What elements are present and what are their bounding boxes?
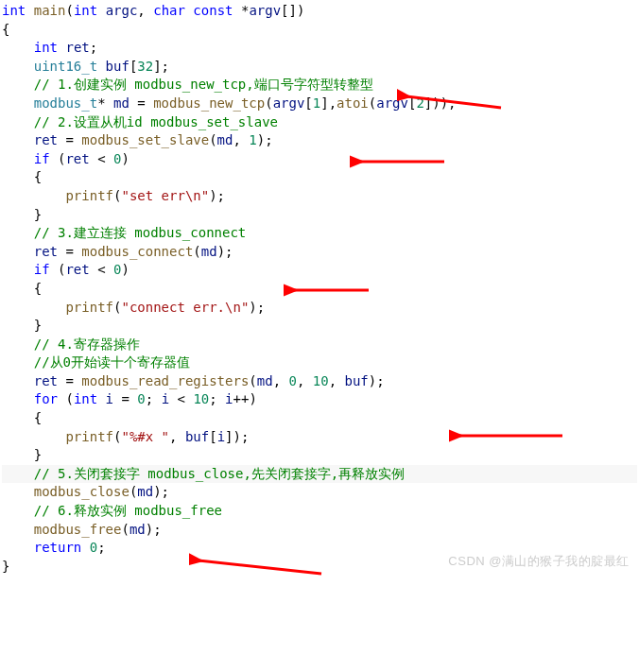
func: modbus_connect: [81, 244, 193, 259]
kw: int: [74, 3, 97, 18]
var: md: [130, 522, 146, 537]
num: 1: [313, 95, 320, 111]
var: ret: [34, 132, 58, 147]
var: md: [217, 132, 233, 147]
num: 10: [313, 373, 329, 388]
line: {: [2, 281, 42, 296]
line: modbus_close(md);: [2, 484, 169, 499]
var: argc: [106, 3, 138, 18]
num: 2: [416, 95, 423, 111]
var: md: [113, 95, 130, 111]
var: md: [201, 244, 217, 259]
var: i: [217, 429, 225, 444]
line: // 6.释放实例 modbus_free: [2, 503, 222, 518]
line: return 0;: [2, 540, 106, 555]
var: i: [106, 391, 113, 406]
func: modbus_close: [34, 484, 130, 499]
var: argv: [376, 95, 408, 111]
var: ret: [34, 244, 58, 259]
kw: int: [34, 40, 58, 55]
num: 0: [113, 262, 121, 277]
num: 1: [249, 132, 256, 147]
var: argv: [273, 95, 305, 111]
line: {: [2, 22, 9, 37]
var: ret: [65, 262, 89, 277]
line: modbus_free(md);: [2, 522, 162, 537]
str: "connect err.\n": [121, 300, 249, 315]
kw: int: [2, 3, 26, 18]
kw: if: [34, 151, 50, 166]
num: 0: [288, 373, 296, 388]
line: ret = modbus_connect(md);: [2, 244, 233, 259]
func: printf: [65, 188, 113, 203]
func: modbus_new_tcp: [153, 95, 265, 111]
line: modbus_t* md = modbus_new_tcp(argv[1],at…: [2, 95, 457, 111]
comment: // 2.设置从机id modbus_set_slave: [34, 114, 278, 129]
var: md: [257, 373, 273, 388]
code-block: int main(int argc, char const *argv[]) {…: [2, 2, 637, 576]
line: ret = modbus_set_slave(md, 1);: [2, 132, 273, 147]
num: 0: [113, 151, 121, 166]
var: ret: [65, 40, 89, 55]
line: }: [2, 207, 42, 222]
line: //从0开始读十个寄存器值: [2, 354, 190, 370]
var: buf: [345, 373, 369, 388]
var: md: [137, 484, 153, 499]
str: "set err\n": [121, 188, 209, 203]
comment: // 1.创建实例 modbus_new_tcp,端口号字符型转整型: [34, 77, 373, 92]
kw: int: [74, 391, 97, 406]
line: {: [2, 169, 42, 184]
var: ret: [65, 151, 89, 166]
line: // 3.建立连接 modbus_connect: [2, 225, 246, 240]
kw: const: [193, 3, 233, 18]
func: modbus_read_registers: [81, 373, 249, 388]
kw: char: [153, 3, 185, 18]
str: "%#x ": [121, 429, 169, 444]
line: {: [2, 410, 42, 425]
func: atoi: [337, 95, 369, 111]
type: modbus_t: [34, 95, 97, 111]
line: uint16_t buf[32];: [2, 59, 169, 74]
kw: for: [34, 391, 58, 406]
line: // 2.设置从机id modbus_set_slave: [2, 114, 278, 129]
comment: // 3.建立连接 modbus_connect: [34, 225, 247, 240]
var: ret: [34, 373, 58, 388]
line: printf("set err\n");: [2, 188, 225, 203]
func: modbus_set_slave: [81, 132, 209, 147]
watermark: CSDN @满山的猴子我的腚最红: [448, 553, 630, 570]
line: if (ret < 0): [2, 151, 130, 166]
line: ret = modbus_read_registers(md, 0, 10, b…: [2, 373, 385, 388]
comment: // 4.寄存器操作: [34, 336, 140, 352]
line: int ret;: [2, 40, 97, 55]
var: i: [162, 391, 169, 406]
num: 0: [90, 540, 97, 555]
line: }: [2, 318, 42, 333]
line: // 1.创建实例 modbus_new_tcp,端口号字符型转整型: [2, 77, 373, 92]
num: 0: [137, 391, 145, 406]
num: 32: [137, 59, 153, 74]
kw: if: [34, 262, 50, 277]
comment: //从0开始读十个寄存器值: [34, 354, 190, 370]
line: // 4.寄存器操作: [2, 336, 140, 352]
line: int main(int argc, char const *argv[]): [2, 3, 304, 18]
kw: return: [34, 540, 82, 555]
func: modbus_free: [34, 522, 122, 537]
var: argv: [249, 3, 281, 18]
comment: // 5.关闭套接字 modbus_close,先关闭套接字,再释放实例: [34, 466, 406, 481]
var: buf: [106, 59, 130, 74]
line: if (ret < 0): [2, 262, 130, 277]
func-main: main: [34, 3, 66, 18]
func: printf: [65, 429, 113, 444]
var: buf: [185, 429, 209, 444]
line: for (int i = 0; i < 10; i++): [2, 391, 257, 406]
var: i: [225, 391, 233, 406]
line: }: [2, 559, 9, 574]
line: }: [2, 447, 42, 462]
line: // 5.关闭套接字 modbus_close,先关闭套接字,再释放实例: [2, 465, 637, 484]
func: printf: [65, 300, 113, 315]
comment: // 6.释放实例 modbus_free: [34, 503, 222, 518]
type: uint16_t: [34, 59, 97, 74]
line: printf("connect err.\n");: [2, 300, 265, 315]
num: 10: [193, 391, 209, 406]
line: printf("%#x ", buf[i]);: [2, 429, 249, 444]
